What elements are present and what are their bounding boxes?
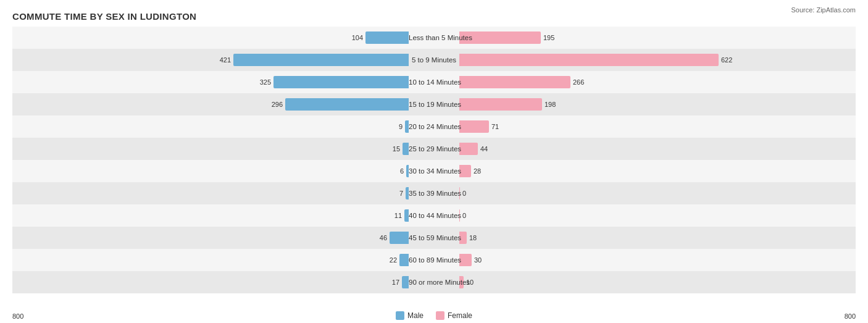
left-section: 104 xyxy=(12,29,409,46)
male-bar-container: 325 xyxy=(12,76,409,88)
female-value: 30 xyxy=(474,256,486,264)
left-section: 296 xyxy=(12,96,409,113)
male-bar xyxy=(404,209,409,222)
row-inner: 104Less than 5 Minutes195 xyxy=(12,29,856,46)
source-label: Source: ZipAtlas.com xyxy=(791,6,856,14)
legend: Male Female xyxy=(396,311,472,320)
row-inner: 1525 to 29 Minutes44 xyxy=(12,140,856,157)
male-bar-container: 22 xyxy=(12,254,409,266)
right-section: 622 xyxy=(459,51,856,69)
row-label: 90 or more Minutes xyxy=(409,279,459,286)
left-section: 11 xyxy=(12,207,409,224)
row-inner: 920 to 24 Minutes71 xyxy=(12,118,856,135)
male-bar-container: 11 xyxy=(12,209,409,222)
male-bar xyxy=(403,143,409,155)
male-value: 46 xyxy=(375,234,387,241)
female-value: 195 xyxy=(543,34,556,41)
right-section: 71 xyxy=(459,118,856,135)
row-label: 40 to 44 Minutes xyxy=(409,212,459,219)
bar-row: 1790 or more Minutes10 xyxy=(12,271,856,293)
right-section: 44 xyxy=(459,140,856,157)
right-section: 266 xyxy=(459,73,856,91)
chart-container: COMMUTE TIME BY SEX IN LUDINGTON Source:… xyxy=(0,0,868,323)
female-value: 28 xyxy=(474,167,486,175)
bar-row: 29615 to 19 Minutes198 xyxy=(12,93,856,115)
male-bar xyxy=(399,254,409,266)
female-bar xyxy=(459,98,542,111)
female-bar-container: 0 xyxy=(459,187,856,199)
female-value: 266 xyxy=(573,78,585,86)
row-label: 35 to 39 Minutes xyxy=(409,190,459,197)
male-bar-container: 9 xyxy=(12,120,409,133)
male-bar-container: 15 xyxy=(12,143,409,155)
female-bar-container: 10 xyxy=(459,276,856,288)
row-inner: 630 to 34 Minutes28 xyxy=(12,162,856,180)
row-inner: 2260 to 89 Minutes30 xyxy=(12,251,856,269)
row-inner: 29615 to 19 Minutes198 xyxy=(12,96,856,113)
male-value: 6 xyxy=(391,167,404,175)
legend-female: Female xyxy=(436,311,472,320)
legend-male: Male xyxy=(396,311,424,320)
male-bar-container: 296 xyxy=(12,98,409,111)
row-inner: 4215 to 9 Minutes622 xyxy=(12,51,856,69)
left-section: 9 xyxy=(12,118,409,135)
female-value: 198 xyxy=(545,101,557,108)
axis-label-left: 800 xyxy=(12,313,23,320)
male-value: 421 xyxy=(219,56,231,64)
male-value: 17 xyxy=(387,279,399,286)
row-inner: 1790 or more Minutes10 xyxy=(12,274,856,291)
bar-row: 1140 to 44 Minutes0 xyxy=(12,204,856,227)
male-value: 9 xyxy=(390,123,403,130)
axis-label-right: 800 xyxy=(845,313,856,320)
female-bar-container: 266 xyxy=(459,76,856,88)
female-bar-container: 44 xyxy=(459,143,856,155)
left-section: 325 xyxy=(12,73,409,91)
female-value: 0 xyxy=(462,190,475,197)
bar-row: 920 to 24 Minutes71 xyxy=(12,115,856,138)
female-value: 18 xyxy=(469,234,482,241)
right-section: 10 xyxy=(459,274,856,291)
row-label: 30 to 34 Minutes xyxy=(409,167,459,175)
female-bar-container: 622 xyxy=(459,54,856,66)
right-section: 30 xyxy=(459,251,856,269)
female-value: 622 xyxy=(721,56,733,64)
legend-female-box xyxy=(436,311,444,320)
female-bar xyxy=(459,76,570,88)
male-value: 7 xyxy=(391,190,403,197)
bar-row: 4215 to 9 Minutes622 xyxy=(12,49,856,71)
male-value: 22 xyxy=(385,256,397,264)
male-bar xyxy=(233,54,409,66)
row-label: 20 to 24 Minutes xyxy=(409,123,459,130)
right-section: 28 xyxy=(459,162,856,180)
male-bar-container: 17 xyxy=(12,276,409,288)
bar-row: 4645 to 59 Minutes18 xyxy=(12,227,856,249)
male-value: 296 xyxy=(270,101,283,108)
left-section: 7 xyxy=(12,185,409,202)
female-value: 71 xyxy=(491,123,504,130)
female-bar xyxy=(459,120,489,133)
legend-male-label: Male xyxy=(407,311,424,320)
chart-title: COMMUTE TIME BY SEX IN LUDINGTON xyxy=(12,11,856,22)
female-value: 44 xyxy=(480,145,493,153)
female-bar-container: 71 xyxy=(459,120,856,133)
female-bar-container: 198 xyxy=(459,98,856,111)
row-label: 25 to 29 Minutes xyxy=(409,145,459,153)
female-bar-container: 28 xyxy=(459,165,856,177)
bar-row: 104Less than 5 Minutes195 xyxy=(12,27,856,49)
row-label: 15 to 19 Minutes xyxy=(409,101,459,108)
right-section: 198 xyxy=(459,96,856,113)
male-value: 11 xyxy=(390,212,402,219)
female-bar xyxy=(459,143,478,155)
bar-row: 1525 to 29 Minutes44 xyxy=(12,138,856,160)
row-label: Less than 5 Minutes xyxy=(409,34,459,41)
male-bar-container: 421 xyxy=(12,54,409,66)
female-bar-container: 195 xyxy=(459,31,856,44)
male-bar xyxy=(365,31,409,44)
female-bar xyxy=(459,54,719,66)
male-bar-container: 46 xyxy=(12,232,409,244)
row-inner: 32510 to 14 Minutes266 xyxy=(12,73,856,91)
female-bar-container: 30 xyxy=(459,254,856,266)
legend-male-box xyxy=(396,311,404,320)
male-bar-container: 6 xyxy=(12,165,409,177)
male-bar-container: 104 xyxy=(12,31,409,44)
